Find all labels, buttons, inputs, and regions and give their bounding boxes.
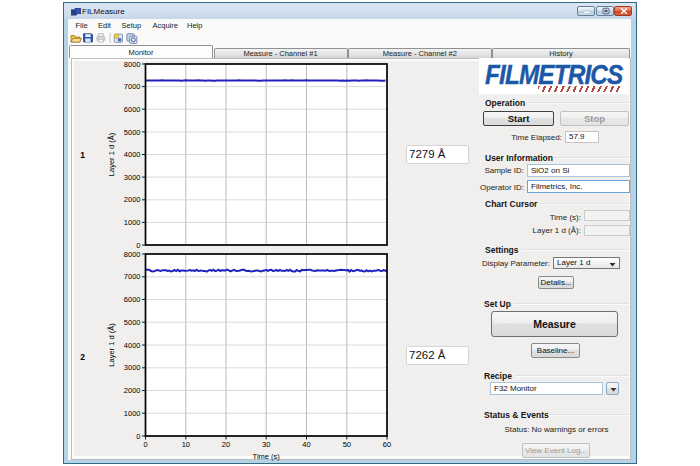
svg-text:6000: 6000 — [124, 295, 141, 304]
svg-text:2: 2 — [80, 352, 85, 362]
svg-text:Time (s): Time (s) — [253, 452, 281, 461]
svg-text:0: 0 — [143, 440, 147, 449]
svg-text:5000: 5000 — [124, 318, 141, 327]
svg-text:30: 30 — [262, 440, 270, 449]
svg-text:6000: 6000 — [124, 105, 141, 114]
svg-text:Layer 1 d (Å): Layer 1 d (Å) — [107, 323, 116, 367]
svg-text:5000: 5000 — [124, 128, 141, 137]
svg-text:40: 40 — [302, 440, 310, 449]
svg-text:7000: 7000 — [124, 82, 141, 91]
svg-text:10: 10 — [182, 440, 190, 449]
svg-text:50: 50 — [343, 440, 351, 449]
svg-text:3000: 3000 — [124, 363, 141, 372]
svg-text:2000: 2000 — [124, 386, 141, 395]
svg-text:8000: 8000 — [124, 250, 141, 259]
svg-text:1: 1 — [80, 150, 85, 160]
svg-text:Layer 1 d (Å): Layer 1 d (Å) — [107, 132, 116, 176]
svg-text:1000: 1000 — [124, 409, 141, 418]
svg-text:20: 20 — [222, 440, 230, 449]
svg-text:8000: 8000 — [124, 60, 141, 69]
svg-text:0: 0 — [136, 432, 140, 441]
svg-text:7000: 7000 — [124, 272, 141, 281]
svg-text:60: 60 — [383, 440, 391, 449]
svg-text:4000: 4000 — [124, 341, 141, 350]
svg-text:4000: 4000 — [124, 150, 141, 159]
svg-text:2000: 2000 — [124, 195, 141, 204]
svg-text:3000: 3000 — [124, 173, 141, 182]
svg-text:1000: 1000 — [124, 218, 141, 227]
